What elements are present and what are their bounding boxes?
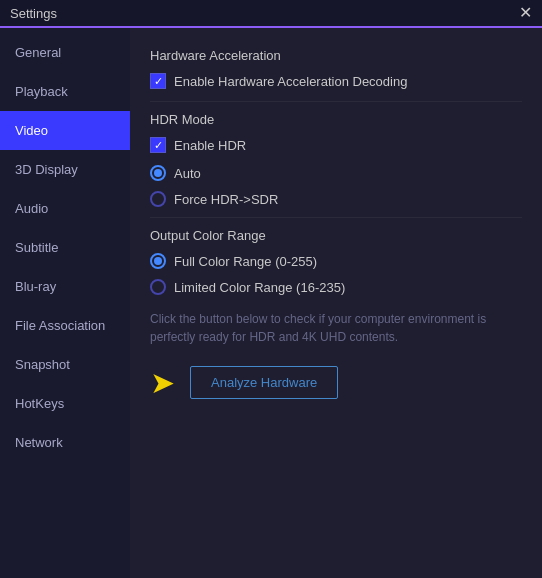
full-color-label: Full Color Range (0-255) [174, 254, 317, 269]
title-bar: Settings ✕ [0, 0, 542, 28]
sidebar-item-snapshot[interactable]: Snapshot [0, 345, 130, 384]
sidebar-item-general[interactable]: General [0, 33, 130, 72]
full-color-row[interactable]: Full Color Range (0-255) [150, 253, 522, 269]
sidebar-item-playback[interactable]: Playback [0, 72, 130, 111]
main-panel: Hardware Acceleration ✓ Enable Hardware … [130, 28, 542, 578]
close-button[interactable]: ✕ [519, 5, 532, 21]
settings-window: Settings ✕ General Playback Video 3D Dis… [0, 0, 542, 578]
hdr-force-row[interactable]: Force HDR->SDR [150, 191, 522, 207]
hdr-checkmark-icon: ✓ [154, 140, 163, 151]
full-color-radio[interactable] [150, 253, 166, 269]
sidebar-item-subtitle[interactable]: Subtitle [0, 228, 130, 267]
sidebar-item-video[interactable]: Video [0, 111, 130, 150]
hdr-auto-radio[interactable] [150, 165, 166, 181]
arrow-right-icon: ➤ [150, 368, 175, 398]
hdr-force-radio[interactable] [150, 191, 166, 207]
hdr-auto-radio-inner [154, 169, 162, 177]
limited-color-label: Limited Color Range (16-235) [174, 280, 345, 295]
full-color-radio-inner [154, 257, 162, 265]
sidebar-item-hotkeys[interactable]: HotKeys [0, 384, 130, 423]
sidebar-item-audio[interactable]: Audio [0, 189, 130, 228]
enable-hdr-label: Enable HDR [174, 138, 246, 153]
divider-2 [150, 217, 522, 218]
hw-accel-title: Hardware Acceleration [150, 48, 522, 63]
checkmark-icon: ✓ [154, 76, 163, 87]
sidebar: General Playback Video 3D Display Audio … [0, 28, 130, 578]
analyze-row: ➤ Analyze Hardware [150, 366, 522, 399]
hdr-auto-label: Auto [174, 166, 201, 181]
limited-color-row[interactable]: Limited Color Range (16-235) [150, 279, 522, 295]
hint-text: Click the button below to check if your … [150, 310, 522, 346]
sidebar-item-3d-display[interactable]: 3D Display [0, 150, 130, 189]
sidebar-item-file-association[interactable]: File Association [0, 306, 130, 345]
content-area: General Playback Video 3D Display Audio … [0, 28, 542, 578]
divider-1 [150, 101, 522, 102]
enable-hdr-row[interactable]: ✓ Enable HDR [150, 137, 522, 153]
hdr-mode-title: HDR Mode [150, 112, 522, 127]
sidebar-item-network[interactable]: Network [0, 423, 130, 462]
enable-hw-row[interactable]: ✓ Enable Hardware Acceleration Decoding [150, 73, 522, 89]
sidebar-item-blu-ray[interactable]: Blu-ray [0, 267, 130, 306]
window-title: Settings [10, 6, 57, 21]
analyze-hardware-button[interactable]: Analyze Hardware [190, 366, 338, 399]
output-color-title: Output Color Range [150, 228, 522, 243]
hdr-force-label: Force HDR->SDR [174, 192, 278, 207]
enable-hw-checkbox[interactable]: ✓ [150, 73, 166, 89]
enable-hw-label: Enable Hardware Acceleration Decoding [174, 74, 407, 89]
enable-hdr-checkbox[interactable]: ✓ [150, 137, 166, 153]
hdr-auto-row[interactable]: Auto [150, 165, 522, 181]
limited-color-radio[interactable] [150, 279, 166, 295]
